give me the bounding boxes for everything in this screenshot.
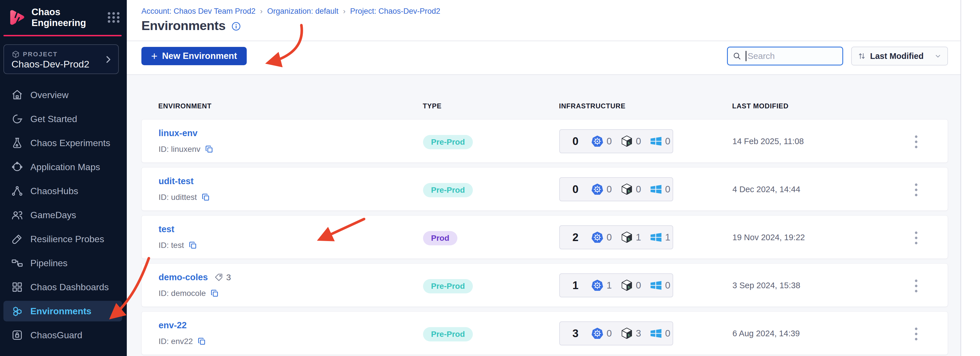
breadcrumb-account-link[interactable]: Account: Chaos Dev Team Prod2	[142, 7, 256, 16]
windows-icon	[650, 135, 662, 147]
kubernetes-count: 1	[606, 280, 612, 291]
kubernetes-count: 0	[606, 328, 612, 339]
infrastructure-summary: 3 0 $_3 0	[559, 321, 673, 345]
hub-icon	[11, 185, 24, 197]
copy-icon[interactable]	[189, 241, 197, 250]
sidebar-item-chaoshubs[interactable]: ChaosHubs	[3, 181, 122, 201]
copy-icon[interactable]	[210, 289, 219, 297]
column-header-type: TYPE	[423, 102, 442, 110]
breadcrumb-organization-link[interactable]: Organization: default	[267, 7, 338, 16]
breadcrumb: Account: Chaos Dev Team Prod2 › Organiza…	[142, 7, 440, 16]
table-row[interactable]: test ID: test Prod 2 0 $_1 1 19 Nov 2024…	[142, 215, 948, 259]
windows-icon	[650, 231, 662, 244]
environment-name-link[interactable]: test	[159, 224, 174, 234]
sidebar-item-label: Chaos Experiments	[30, 138, 110, 149]
row-menu-button[interactable]	[910, 326, 922, 342]
tag-count: 3	[226, 272, 231, 282]
search-icon	[732, 51, 741, 61]
info-icon[interactable]	[231, 21, 241, 31]
application-maps-icon	[11, 161, 24, 173]
sidebar-item-chaosguard[interactable]: ChaosGuard	[3, 325, 122, 345]
type-badge: Pre-Prod	[423, 279, 473, 293]
table-body: linux-env ID: linuxenv Pre-Prod 0 0 $_0 …	[142, 119, 948, 356]
project-cube-icon	[11, 50, 20, 59]
sidebar-item-application-maps[interactable]: Application Maps	[3, 157, 122, 177]
windows-count: 1	[665, 232, 670, 243]
row-menu-button[interactable]	[910, 278, 922, 294]
sidebar-item-label: ChaosHubs	[30, 186, 78, 196]
lock-icon	[11, 329, 24, 342]
sidebar-item-label: Get Started	[30, 114, 77, 124]
brand-header: Chaos Engineering	[8, 8, 121, 27]
copy-icon[interactable]	[202, 193, 210, 202]
kubernetes-icon	[591, 279, 604, 292]
toolbar: + New Environment Search Last Modified	[127, 41, 961, 74]
environment-name-link[interactable]: linux-env	[159, 128, 197, 138]
sidebar-item-label: GameDays	[30, 210, 76, 220]
search-input[interactable]: Search	[727, 47, 843, 65]
linux-count: 1	[636, 232, 641, 243]
sort-arrows-icon	[858, 52, 866, 60]
environment-id: ID: democole	[159, 289, 206, 298]
scrollbar-gutter[interactable]	[961, 0, 980, 356]
search-placeholder: Search	[748, 51, 775, 61]
module-grid-icon[interactable]	[106, 10, 121, 25]
windows-count: 0	[665, 184, 670, 195]
chevron-separator-icon: ›	[256, 7, 267, 16]
kubernetes-icon	[591, 327, 604, 340]
table-row[interactable]: env-22 ID: env22 Pre-Prod 3 0 $_3 0 6 Au…	[142, 312, 948, 355]
environment-id: ID: udittest	[159, 193, 197, 202]
infrastructure-summary: 1 1 $_0 0	[559, 273, 673, 297]
environment-name-link[interactable]: demo-coles	[159, 272, 208, 283]
environment-name-link[interactable]: env-22	[159, 320, 187, 331]
svg-text:$_: $_	[628, 334, 632, 337]
sidebar-item-get-started[interactable]: Get Started	[3, 109, 122, 129]
linux-count: 0	[636, 136, 641, 147]
sidebar-item-chaos-dashboards[interactable]: Chaos Dashboards	[3, 277, 122, 297]
environment-id: ID: env22	[159, 337, 193, 346]
sidebar-item-resilience-probes[interactable]: Resilience Probes	[3, 229, 122, 249]
copy-icon[interactable]	[205, 145, 213, 153]
brand-accent-divider	[3, 35, 122, 36]
sidebar-item-gamedays[interactable]: GameDays	[3, 205, 122, 225]
sidebar-item-overview[interactable]: Overview	[3, 85, 122, 105]
last-modified-date: 14 Feb 2025, 11:08	[732, 137, 804, 146]
windows-icon	[650, 279, 662, 292]
copy-icon[interactable]	[197, 337, 206, 346]
environment-name-link[interactable]: udit-test	[159, 176, 194, 187]
table-row[interactable]: udit-test ID: udittest Pre-Prod 0 0 $_0 …	[142, 167, 948, 211]
infra-total-count: 0	[573, 135, 578, 147]
environment-id: ID: linuxenv	[159, 145, 200, 154]
table-row[interactable]: demo-coles 3 ID: democole Pre-Prod 1 1 $…	[142, 263, 948, 307]
infra-total-count: 2	[573, 231, 578, 244]
row-menu-button[interactable]	[910, 134, 922, 150]
row-menu-button[interactable]	[910, 182, 922, 198]
chevron-right-icon	[103, 55, 113, 64]
project-name: Chaos-Dev-Prod2	[11, 59, 89, 70]
sidebar-item-chaos-experiments[interactable]: Chaos Experiments	[3, 133, 122, 153]
windows-icon	[650, 183, 662, 196]
sidebar-item-environments[interactable]: Environments	[3, 301, 122, 321]
infrastructure-summary: 2 0 $_1 1	[559, 225, 673, 249]
project-selector[interactable]: PROJECT Chaos-Dev-Prod2	[3, 44, 119, 74]
breadcrumb-project-link[interactable]: Project: Chaos-Dev-Prod2	[350, 7, 440, 16]
sidebar-item-pipelines[interactable]: Pipelines	[3, 253, 122, 273]
table-row[interactable]: linux-env ID: linuxenv Pre-Prod 0 0 $_0 …	[142, 119, 948, 163]
new-environment-button[interactable]: + New Environment	[142, 47, 247, 65]
column-header-infrastructure: INFRASTRUCTURE	[559, 102, 626, 110]
svg-text:$_: $_	[628, 286, 632, 289]
people-icon	[11, 209, 24, 222]
svg-text:$_: $_	[628, 237, 632, 241]
type-badge: Prod	[423, 231, 457, 245]
sort-selected-value: Last Modified	[870, 51, 934, 61]
sort-dropdown[interactable]: Last Modified	[851, 47, 948, 65]
chevron-down-icon	[934, 52, 942, 60]
environments-table: ENVIRONMENT TYPE INFRASTRUCTURE LAST MOD…	[127, 74, 961, 356]
sidebar-item-label: Overview	[30, 90, 68, 100]
row-menu-button[interactable]	[910, 230, 922, 246]
type-badge: Pre-Prod	[423, 327, 473, 342]
sidebar-item-label: Resilience Probes	[30, 234, 104, 244]
sidebar-item-label: Environments	[30, 306, 91, 316]
pipeline-icon	[11, 257, 24, 269]
windows-icon	[650, 327, 662, 340]
